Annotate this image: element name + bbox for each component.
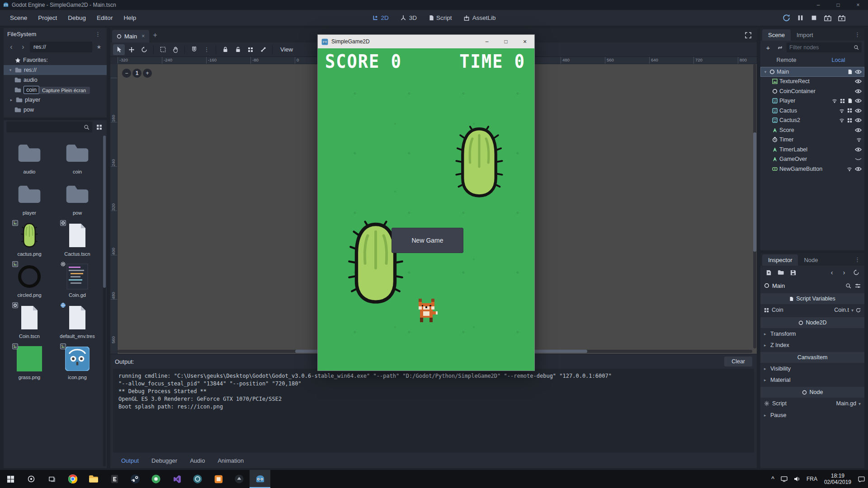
select-tool[interactable] bbox=[113, 44, 125, 55]
history-forward-icon[interactable]: › bbox=[840, 268, 849, 277]
close-tab-icon[interactable]: × bbox=[142, 33, 145, 39]
script-value[interactable]: Main.gd bbox=[836, 400, 856, 407]
menu-debug[interactable]: Debug bbox=[62, 12, 91, 24]
fold-material[interactable]: ▸ Material bbox=[760, 374, 864, 385]
visibility-icon[interactable] bbox=[855, 79, 862, 84]
file-tile-cactus-tscn[interactable]: Cactus.tscn bbox=[53, 219, 101, 259]
group-object-button[interactable] bbox=[245, 44, 256, 55]
remote-tab[interactable]: Remote bbox=[760, 54, 812, 66]
snap-options-menu-icon[interactable]: ⋮ bbox=[201, 44, 212, 55]
new-scene-tab-button[interactable]: + bbox=[149, 29, 161, 41]
game-maximize-button[interactable]: □ bbox=[496, 35, 515, 48]
lock-object-button[interactable] bbox=[219, 44, 231, 55]
pause-button[interactable] bbox=[797, 14, 804, 21]
file-tile-icon-png[interactable]: icon.png bbox=[53, 342, 101, 382]
nav-back-button[interactable]: ‹ bbox=[6, 42, 16, 52]
scene-dock-menu-icon[interactable]: ⋮ bbox=[852, 31, 863, 38]
list-select-tool[interactable] bbox=[157, 44, 169, 55]
skeleton-menu-icon[interactable] bbox=[257, 44, 269, 55]
taskbar-app-dark[interactable] bbox=[229, 470, 250, 488]
add-node-button[interactable]: + bbox=[763, 42, 773, 52]
tray-volume-icon[interactable] bbox=[791, 470, 803, 488]
signal-icon[interactable] bbox=[856, 137, 862, 142]
tray-chevron-up-icon[interactable]: ^ bbox=[768, 470, 778, 488]
scene-node-newgamebutton[interactable]: NewGameButton bbox=[760, 164, 864, 174]
file-tile-grass-png[interactable]: grass.png bbox=[5, 342, 53, 382]
search-button[interactable] bbox=[21, 470, 42, 488]
instance-scene-icon[interactable] bbox=[775, 42, 785, 52]
menu-scene[interactable]: Scene bbox=[5, 12, 33, 24]
favorite-star-icon[interactable]: ★ bbox=[94, 42, 104, 52]
file-tile-cactus-png[interactable]: cactus.png bbox=[5, 219, 53, 259]
taskbar-app-file-explorer[interactable] bbox=[83, 470, 104, 488]
game-minimize-button[interactable]: – bbox=[477, 35, 496, 48]
visibility-icon[interactable] bbox=[855, 70, 862, 74]
workspace-assetlib[interactable]: AssetLib bbox=[459, 12, 501, 23]
signal-icon[interactable] bbox=[847, 166, 852, 172]
taskbar-app-orange[interactable] bbox=[208, 470, 229, 488]
script-icon[interactable] bbox=[848, 98, 852, 103]
taskbar-app-green[interactable] bbox=[146, 470, 166, 488]
history-back-icon[interactable]: ‹ bbox=[827, 268, 836, 277]
visibility-icon[interactable] bbox=[855, 128, 862, 132]
grid-view-toggle-icon[interactable] bbox=[94, 122, 104, 132]
scene-node-timerlabel[interactable]: TimerLabel bbox=[760, 145, 864, 155]
tray-display-icon[interactable] bbox=[778, 470, 791, 488]
dropdown-icon[interactable]: ▾ bbox=[851, 308, 854, 313]
section-node[interactable]: Node bbox=[760, 387, 864, 398]
script-icon[interactable] bbox=[848, 69, 852, 75]
language-indicator[interactable]: FRA bbox=[803, 470, 821, 488]
load-resource-icon[interactable] bbox=[776, 268, 785, 277]
taskbar-app-steam[interactable] bbox=[125, 470, 146, 488]
object-history-icon[interactable] bbox=[852, 268, 861, 277]
menu-editor[interactable]: Editor bbox=[91, 12, 118, 24]
tree-item-player[interactable]: ▸ player bbox=[4, 95, 107, 105]
tree-item-res-root[interactable]: ▾ res:// bbox=[4, 65, 107, 75]
move-tool[interactable] bbox=[126, 44, 137, 55]
close-button[interactable]: × bbox=[848, 0, 868, 10]
view-menu[interactable]: View bbox=[276, 44, 297, 55]
tab-output[interactable]: Output bbox=[115, 455, 145, 467]
coin-value[interactable]: Coin.t bbox=[834, 307, 849, 313]
taskbar-app-visual-studio[interactable] bbox=[166, 470, 187, 488]
new-game-button[interactable]: New Game bbox=[392, 228, 463, 253]
property-coin[interactable]: Coin Coin.t ▾ bbox=[760, 304, 864, 316]
file-tile-coin-tscn[interactable]: Coin.tscn bbox=[5, 301, 53, 341]
game-close-button[interactable]: × bbox=[515, 35, 534, 48]
minimize-button[interactable]: – bbox=[808, 0, 828, 10]
pan-tool[interactable] bbox=[170, 44, 181, 55]
scene-node-player[interactable]: Player bbox=[760, 96, 864, 106]
play-custom-scene-button[interactable] bbox=[838, 15, 845, 21]
scene-node-score[interactable]: Score bbox=[760, 125, 864, 135]
signal-icon[interactable] bbox=[832, 98, 837, 103]
file-tile-default-env[interactable]: default_env.tres bbox=[53, 301, 101, 341]
file-grid-scrollbar[interactable] bbox=[103, 136, 106, 466]
file-tile-coin[interactable]: coin bbox=[53, 136, 101, 177]
workspace-2d[interactable]: 2D bbox=[368, 12, 394, 23]
scene-node-coincontainer[interactable]: CoinContainer bbox=[760, 86, 864, 96]
viewport-vertical-scrollbar[interactable] bbox=[753, 64, 756, 348]
game-window-titlebar[interactable]: SimpleGame2D – □ × bbox=[318, 35, 534, 48]
game-window[interactable]: SimpleGame2D – □ × SCORE 0 TIME 0 bbox=[317, 34, 535, 371]
section-script-variables[interactable]: Script Variables bbox=[760, 293, 864, 304]
taskbar-app-teal[interactable] bbox=[187, 470, 208, 488]
taskbar-clock[interactable]: 18:19 02/04/2019 bbox=[821, 473, 855, 485]
rotate-tool[interactable] bbox=[138, 44, 150, 55]
stop-button[interactable] bbox=[811, 14, 817, 21]
section-node2d[interactable]: Node2D bbox=[760, 317, 864, 328]
replay-spinner-icon[interactable] bbox=[783, 14, 790, 22]
local-tab[interactable]: Local bbox=[812, 54, 864, 66]
action-center-icon[interactable] bbox=[855, 470, 868, 488]
signal-icon[interactable] bbox=[839, 117, 844, 123]
file-tile-circled-png[interactable]: circled.png bbox=[5, 260, 53, 300]
section-canvasitem[interactable]: CanvasItem bbox=[760, 352, 864, 363]
clear-output-button[interactable]: Clear bbox=[724, 357, 752, 366]
path-input-field[interactable] bbox=[33, 44, 89, 50]
fold-pause[interactable]: ▸ Pause bbox=[760, 409, 864, 421]
fold-z-index[interactable]: ▸ Z Index bbox=[760, 339, 864, 351]
inspector-menu-icon[interactable]: ⋮ bbox=[852, 256, 863, 263]
tab-debugger[interactable]: Debugger bbox=[145, 455, 184, 467]
tree-item-favorites[interactable]: Favorites: bbox=[4, 55, 107, 65]
filesystem-menu-icon[interactable]: ⋮ bbox=[93, 31, 103, 38]
filter-nodes-field[interactable] bbox=[789, 44, 852, 51]
